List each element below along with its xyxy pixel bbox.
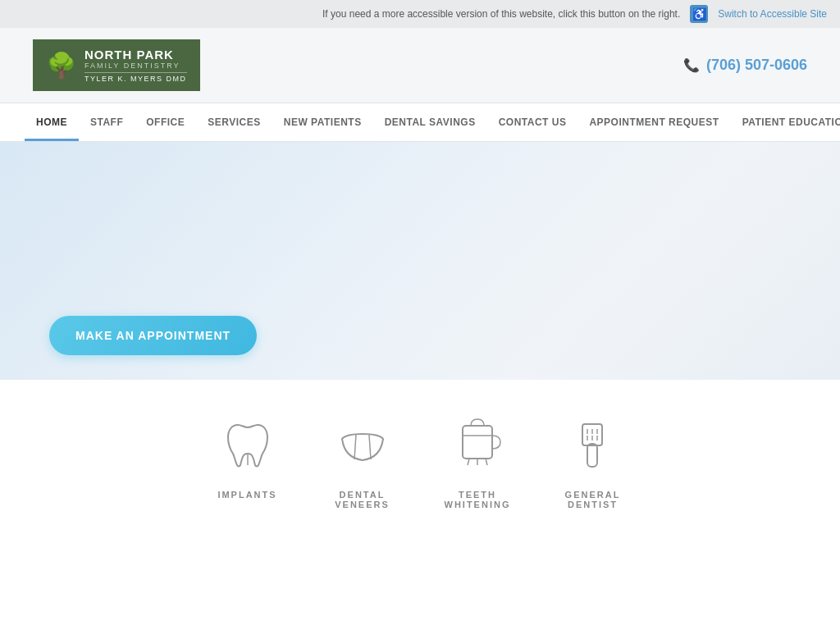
svg-rect-9 (582, 424, 602, 445)
header: 🌳 NORTH PARK FAMILY DENTISTRY TYLER K. M… (0, 28, 840, 103)
service-general-dentist[interactable]: GENERALDENTIST (559, 413, 625, 509)
logo-text: NORTH PARK FAMILY DENTISTRY TYLER K. MYE… (84, 48, 187, 83)
family-dentistry-label: FAMILY DENTISTRY (84, 62, 187, 70)
make-appointment-button[interactable]: MAKE AN APPOINTMENT (49, 316, 257, 355)
svg-line-2 (369, 435, 371, 459)
svg-line-7 (486, 459, 487, 465)
accessible-site-link[interactable]: Switch to Accessible Site (718, 8, 827, 20)
svg-line-5 (468, 459, 469, 465)
nav-item-staff[interactable]: STAFF (79, 103, 135, 141)
phone-number[interactable]: 📞 (706) 507-0606 (683, 57, 807, 74)
service-veneers[interactable]: DENTALVENEERS (330, 413, 395, 509)
main-nav: HOME STAFF OFFICE SERVICES NEW PATIENTS … (0, 103, 840, 142)
whitening-icon (445, 413, 510, 478)
tree-icon: 🌳 (46, 51, 76, 80)
svg-line-1 (354, 435, 356, 459)
phone-icon: 📞 (683, 57, 700, 73)
service-implants[interactable]: IMPLANTS (215, 413, 281, 500)
doctor-name: TYLER K. MYERS DMD (84, 72, 187, 83)
service-whitening[interactable]: TEETHWHITENING (445, 413, 511, 509)
implants-label: IMPLANTS (217, 490, 276, 500)
general-dentist-label: GENERALDENTIST (565, 490, 621, 509)
nav-item-patient-education[interactable]: PATIENT EDUCATION (731, 103, 840, 141)
svg-rect-8 (587, 444, 597, 467)
nav-item-contact-us[interactable]: CONTACT US (487, 103, 578, 141)
implants-icon (215, 413, 281, 478)
svg-rect-3 (463, 426, 492, 459)
nav-item-home[interactable]: HOME (25, 103, 79, 141)
hero-section: MAKE AN APPOINTMENT (0, 142, 840, 380)
accessibility-message: If you need a more accessible version of… (13, 8, 680, 20)
nav-item-dental-savings[interactable]: DENTAL SAVINGS (373, 103, 487, 141)
nav-item-appointment-request[interactable]: APPOINTMENT REQUEST (578, 103, 730, 141)
veneers-icon (330, 413, 395, 478)
services-section: IMPLANTS DENTALVENEERS (0, 380, 840, 534)
logo[interactable]: 🌳 NORTH PARK FAMILY DENTISTRY TYLER K. M… (33, 39, 200, 91)
nav-item-services[interactable]: SERVICES (196, 103, 272, 141)
veneers-label: DENTALVENEERS (335, 490, 390, 509)
whitening-label: TEETHWHITENING (445, 490, 511, 509)
accessibility-icon: ♿ (690, 5, 708, 23)
top-bar: If you need a more accessible version of… (0, 0, 840, 28)
general-dentist-icon (559, 413, 625, 478)
nav-item-new-patients[interactable]: NEW PATIENTS (272, 103, 373, 141)
nav-item-office[interactable]: OFFICE (135, 103, 196, 141)
practice-name: NORTH PARK (84, 48, 187, 62)
